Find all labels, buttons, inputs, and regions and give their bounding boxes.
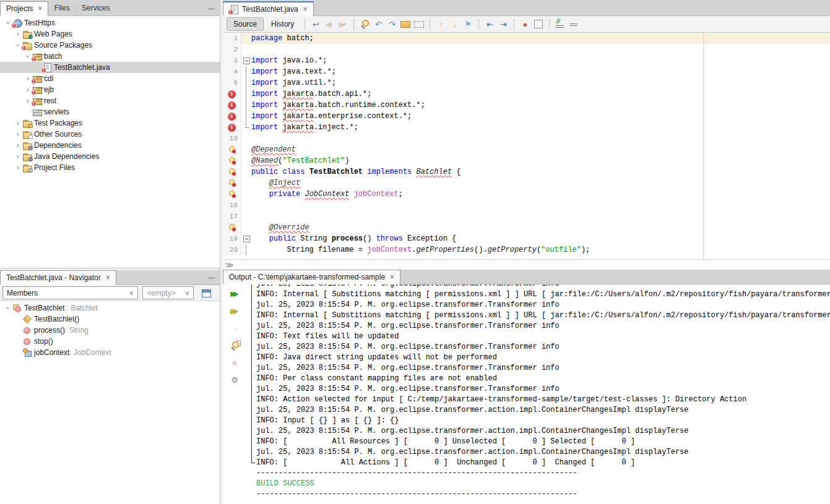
expand-icon[interactable]: › <box>14 119 22 127</box>
close-icon[interactable]: × <box>303 5 308 14</box>
expand-fold-icon[interactable]: ≫ <box>225 260 234 270</box>
toolbar-separator <box>353 19 354 30</box>
fold-guide <box>241 155 251 166</box>
fold-guide <box>241 222 251 233</box>
toggle-rectangular-selection-icon[interactable] <box>413 18 425 30</box>
expand-icon[interactable]: › <box>14 30 22 38</box>
shift-line-left-icon[interactable]: ⇤ <box>483 18 496 30</box>
collapse-icon[interactable]: › <box>4 304 12 312</box>
previous-bookmark-icon: ↑ <box>439 20 443 29</box>
error-gutter-icon[interactable]: ! <box>223 100 241 111</box>
find-selection-icon[interactable] <box>358 18 371 30</box>
close-icon[interactable]: × <box>390 273 394 281</box>
output-tab[interactable]: Output - C:\temp\jakartaee-transformed-s… <box>223 270 400 284</box>
code-text: @Named("TestBatchlet") <box>251 155 349 166</box>
project-tree-item-servlets[interactable]: ›servlets <box>0 106 220 117</box>
fold-collapse-icon[interactable] <box>241 233 251 244</box>
tab-files[interactable]: Files <box>48 1 75 15</box>
columns-icon <box>201 289 211 297</box>
code-text: import jakarta.enterprise.context.*; <box>251 111 412 122</box>
rerun-with-different-parameters-icon[interactable]: ▶▶ <box>228 304 241 317</box>
find-previous-occurrence-icon[interactable]: ↶ <box>372 18 384 30</box>
project-tree-item-testhttps[interactable]: ›!TestHttps <box>0 17 220 28</box>
code-text: public class TestBatchlet implements Bat… <box>251 166 461 177</box>
build-options-icon[interactable]: ⚙ <box>228 374 241 387</box>
rerun-icon[interactable]: ▶▶ <box>228 287 241 300</box>
code-line-body <box>241 133 830 144</box>
expand-icon[interactable]: › <box>14 141 22 150</box>
editor-tab-testbatchlet[interactable]: ! TestBatchlet.java × <box>223 1 314 16</box>
show-inherited-members-button[interactable] <box>198 286 214 300</box>
output-fold-guide[interactable] <box>251 284 255 463</box>
output-lines: jul. 25, 2023 8:15:54 P. M. org.eclipse.… <box>256 284 830 500</box>
start-macro-recording-icon[interactable]: ● <box>519 18 531 30</box>
stop-macro-recording-icon[interactable] <box>532 18 545 30</box>
fold-collapse-icon[interactable] <box>241 55 251 66</box>
navigator-item-jobcontext[interactable]: ›jobContext : JobContext <box>0 347 220 358</box>
dropdown-caret-icon[interactable]: ▾ <box>343 22 347 27</box>
close-icon[interactable]: × <box>106 273 110 282</box>
members-combobox[interactable]: Members ∨ <box>2 286 138 299</box>
source-button[interactable]: Source <box>227 17 264 31</box>
shift-line-right-icon[interactable]: ⇥ <box>497 18 509 30</box>
project-tree-item-cdi[interactable]: ›!cdi <box>0 73 220 84</box>
uncomment-icon[interactable] <box>568 18 580 30</box>
tab-projects[interactable]: Projects × <box>0 1 48 16</box>
hint-gutter-icon[interactable] <box>223 222 241 233</box>
code-text: import jakarta.batch.runtime.context.*; <box>251 100 425 111</box>
navigator-item-testbatchlet[interactable]: ›TestBatchlet :: Batchlet <box>0 302 220 314</box>
code-text: public String process() throws Exception… <box>251 233 456 244</box>
expand-icon[interactable]: › <box>14 152 22 161</box>
find-in-output-icon[interactable] <box>228 339 241 352</box>
package-icon: ! <box>32 74 42 83</box>
last-edit-location-icon[interactable]: ↩ <box>309 18 322 30</box>
minimize-icon[interactable]: — <box>208 4 215 12</box>
project-tree-item-test-packages[interactable]: ›Test Packages <box>0 117 220 129</box>
hint-gutter-icon[interactable] <box>223 144 241 155</box>
project-tree-item-rest[interactable]: ›!rest <box>0 95 220 106</box>
navigator-item-process[interactable]: ›process() : String <box>0 325 220 336</box>
navigator-item-stop[interactable]: ›stop() <box>0 336 220 347</box>
toggle-bookmark-icon[interactable]: ⚑ <box>462 18 474 30</box>
hint-gutter-icon[interactable] <box>223 166 241 177</box>
hint-gutter-icon[interactable] <box>223 189 241 200</box>
toggle-highlight-search-icon[interactable] <box>399 18 412 30</box>
expand-icon[interactable]: › <box>14 130 22 139</box>
project-tree-item-project-files[interactable]: ›Project Files <box>0 162 220 173</box>
error-gutter-icon[interactable]: ! <box>223 88 241 100</box>
minimize-icon[interactable]: — <box>208 273 215 281</box>
project-tree-item-other-sources[interactable]: ›Other Sources <box>0 129 220 140</box>
code-editor[interactable]: 1package batch;23import java.io.*;4impor… <box>223 33 830 259</box>
output-log[interactable]: jul. 25, 2023 8:15:54 P. M. org.eclipse.… <box>250 284 830 504</box>
project-tree-item-dependencies[interactable]: ›Dependencies <box>0 140 220 151</box>
project-tree-item-testbatchlet-java[interactable]: ›!TestBatchlet.java <box>0 62 220 73</box>
project-tree-item-web-pages[interactable]: ›Web Pages <box>0 28 220 40</box>
error-gutter-icon[interactable]: ! <box>223 111 241 122</box>
tab-services[interactable]: Services <box>76 1 116 15</box>
project-tree-item-label: Dependencies <box>34 141 82 150</box>
find-next-occurrence-icon[interactable]: ↷ <box>386 18 398 30</box>
folder-icon <box>22 152 32 161</box>
project-tree-item-batch[interactable]: ›!batch <box>0 51 220 62</box>
close-icon[interactable]: × <box>38 4 42 13</box>
log-line: jul. 25, 2023 8:15:54 P. M. org.eclipse.… <box>256 405 830 416</box>
navigator-item-testbatchlet[interactable]: ›TestBatchlet() <box>0 314 220 325</box>
tab-navigator[interactable]: TestBatchlet.java - Navigator × <box>0 270 116 285</box>
comment-icon[interactable] <box>554 18 566 30</box>
inheritance-combobox[interactable]: <empty> ∨ <box>142 286 194 299</box>
previous-bookmark-icon[interactable]: ↑ <box>434 18 447 30</box>
expand-icon[interactable]: › <box>14 163 22 172</box>
navigator-item-type: : String <box>65 326 89 335</box>
project-tree-item-source-packages[interactable]: ›!Source Packages <box>0 40 220 51</box>
dropdown-caret-icon[interactable]: ▾ <box>329 22 334 27</box>
project-tree-item-ejb[interactable]: ›!ejb <box>0 84 220 95</box>
error-icon: ! <box>228 124 236 132</box>
history-button[interactable]: History <box>265 18 300 30</box>
hint-gutter-icon[interactable] <box>223 177 241 189</box>
hint-gutter-icon[interactable] <box>223 155 241 166</box>
next-bookmark-icon[interactable]: ↓ <box>448 18 460 30</box>
error-badge-icon: ! <box>31 101 37 106</box>
project-tree-item-java-dependencies[interactable]: ›Java Dependencies <box>0 151 220 162</box>
error-gutter-icon[interactable]: ! <box>223 122 241 133</box>
code-line-body <box>241 200 830 211</box>
